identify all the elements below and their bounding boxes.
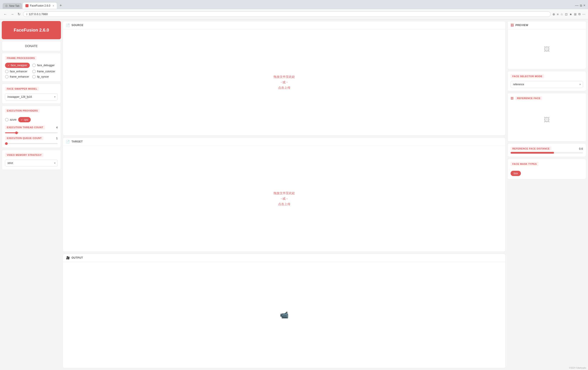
bookmark-icon[interactable]: ☆ [560, 12, 563, 16]
face-swapper-model-select[interactable]: inswapper_128_fp16 inswapper_128 [5, 93, 58, 100]
execution-queue-count-label: EXECUTION QUEUE COUNT [5, 136, 43, 140]
video-memory-strategy-label: VIDEO MEMORY STRATEGY [5, 153, 43, 157]
read-icon[interactable]: ≡ [557, 12, 559, 16]
reference-face-distance-section: REFERENCE FACE DISTANCE 0.6 [507, 143, 586, 157]
lip-syncer-radio[interactable] [32, 75, 36, 79]
video-memory-strategy-select[interactable]: strict moderate tolerant [5, 160, 58, 167]
target-panel-body[interactable]: 拖放文件至此处 - 或 - 点击上传 [63, 146, 505, 252]
tab-close-button[interactable]: × [52, 4, 54, 8]
frame-processor-face-enhancer[interactable]: face_enhancer [5, 70, 31, 73]
donate-card[interactable]: DONATE [2, 41, 61, 51]
output-icon: 🎥 [66, 256, 70, 259]
nav-refresh-button[interactable]: ↻ [17, 11, 21, 17]
video-memory-strategy-section: VIDEO MEMORY STRATEGY strict moderate to… [2, 150, 61, 170]
face-mask-types-label: FACE MASK TYPES [511, 162, 538, 166]
output-video-icon: 📹 [280, 311, 289, 319]
address-bar[interactable]: ℹ 127.0.0.1:7860 [23, 11, 551, 17]
face-mask-types-section: FACE MASK TYPES box [507, 159, 586, 179]
output-panel-header: 🎥 OUTPUT [63, 254, 505, 262]
app-title: FaceFusion 2.6.0 [14, 28, 49, 32]
execution-thread-count-label: EXECUTION THREAD COUNT [5, 125, 45, 129]
frame-processor-frame-enhancer[interactable]: frame_enhancer [5, 75, 31, 79]
face-enhancer-radio[interactable] [5, 70, 9, 73]
nav-forward-button[interactable]: → [10, 11, 15, 17]
face-mask-box-chip[interactable]: box [511, 171, 521, 176]
execution-providers-section: EXECUTION PROVIDERS azure ✓ cpu EXECUTIO… [2, 105, 61, 148]
reference-face-body[interactable]: 🖼 [511, 101, 583, 138]
cpu-check-icon: ✓ [21, 118, 23, 121]
cpu-chip[interactable]: ✓ cpu [18, 117, 31, 122]
execution-thread-count-header: EXECUTION THREAD COUNT 4 [5, 125, 58, 129]
face-swapper-model-select-wrapper: inswapper_128_fp16 inswapper_128 [5, 93, 58, 100]
target-panel-header: 📄 TARGET [63, 138, 505, 146]
face-selector-mode-section: FACE SELECTOR MODE reference one all ind… [507, 71, 586, 91]
frame-processor-face-debugger[interactable]: face_debugger [32, 63, 58, 68]
target-upload-prompt[interactable]: 拖放文件至此处 - 或 - 点击上传 [273, 190, 295, 207]
donate-label: DONATE [25, 44, 38, 48]
azure-label: azure [10, 118, 16, 121]
ref-distance-progress-track [511, 152, 583, 154]
cpu-label: cpu [24, 118, 28, 121]
collections-icon[interactable]: ⊞ [574, 12, 577, 16]
frame-processors-section: FRAME PROCESSORS ✓ face_swapper face_deb… [2, 53, 61, 82]
more-icon[interactable]: ⋯ [582, 12, 585, 16]
face-mask-types-options: box [511, 169, 583, 176]
reference-face-distance-value: 0.6 [579, 147, 583, 150]
tab-new-tab[interactable]: 🗋 New Tab [3, 3, 22, 9]
frame-enhancer-radio[interactable] [5, 75, 9, 79]
split-icon[interactable]: ⊡ [565, 12, 567, 16]
reference-face-distance-label: REFERENCE FACE DISTANCE [511, 147, 551, 151]
source-upload-prompt[interactable]: 拖放文件至此处 - 或 - 点击上传 [273, 74, 295, 91]
target-icon: 📄 [66, 140, 70, 143]
face-swapper-chip[interactable]: ✓ face_swapper [5, 63, 30, 68]
frame-processor-face-swapper[interactable]: ✓ face_swapper [5, 63, 31, 68]
browser-tabs: 🗋 New Tab FaceFusion 2.6.0 × + [3, 2, 63, 9]
ref-distance-progress-fill [511, 152, 554, 154]
azure-provider-option[interactable]: azure [5, 118, 16, 122]
favorites-icon[interactable]: ★ [569, 12, 572, 16]
window-close[interactable]: × [583, 3, 585, 8]
face-selector-mode-select-wrapper: reference one all indexed [511, 81, 583, 88]
new-tab-button[interactable]: + [58, 2, 63, 9]
app-header: FaceFusion 2.6.0 [2, 21, 61, 39]
execution-queue-count-container: EXECUTION QUEUE COUNT 1 [5, 136, 58, 145]
reference-face-placeholder-icon: 🖼 [544, 116, 550, 123]
tab-inactive-label: New Tab [9, 4, 19, 8]
frame-processors-group: ✓ face_swapper face_debugger face_enhanc… [5, 63, 58, 79]
source-upload-line1: 拖放文件至此处 [273, 74, 295, 80]
output-panel-label: OUTPUT [72, 256, 83, 259]
frame-colorizer-label: frame_colorizer [37, 70, 55, 73]
output-panel: 🎥 OUTPUT 📹 [63, 254, 505, 368]
tab-favicon [25, 4, 29, 7]
face-debugger-radio[interactable] [32, 63, 36, 67]
tab-active-label: FaceFusion 2.6.0 [30, 4, 50, 7]
execution-thread-count-container: EXECUTION THREAD COUNT 4 [5, 125, 58, 134]
reference-face-icon: 🖼 [511, 97, 514, 100]
target-panel-label: TARGET [72, 140, 83, 143]
face-selector-mode-select[interactable]: reference one all indexed [511, 81, 583, 88]
source-panel-body[interactable]: 拖放文件至此处 - 或 - 点击上传 [63, 29, 505, 135]
output-panel-body: 📹 [63, 262, 505, 368]
frame-enhancer-label: frame_enhancer [10, 75, 29, 78]
execution-queue-count-slider[interactable] [5, 143, 58, 144]
preview-section: 🖼 PREVIEW 🖼 [507, 21, 586, 69]
reference-face-section: 🖼 REFERENCE FACE 🖼 [507, 93, 586, 142]
cpu-provider-option[interactable]: ✓ cpu [18, 117, 31, 122]
window-restore[interactable]: ⧉ [580, 4, 582, 8]
execution-thread-count-slider[interactable] [5, 132, 58, 133]
nav-back-button[interactable]: ← [3, 11, 8, 17]
azure-radio[interactable] [5, 118, 9, 122]
frame-colorizer-radio[interactable] [32, 70, 36, 73]
execution-providers-row: azure ✓ cpu [5, 117, 58, 122]
source-upload-line2: - 或 - [273, 80, 295, 85]
address-info-icon: ℹ [26, 13, 27, 16]
extensions-icon[interactable]: ⧉ [578, 12, 580, 16]
tab-facefusion[interactable]: FaceFusion 2.6.0 × [23, 3, 57, 9]
frame-processor-frame-colorizer[interactable]: frame_colorizer [32, 70, 58, 73]
reference-face-label: REFERENCE FACE [515, 96, 542, 100]
translate-icon[interactable]: ⊕ [552, 12, 555, 16]
frame-processor-lip-syncer[interactable]: lip_syncer [32, 75, 58, 79]
window-minimize[interactable]: — [575, 3, 578, 8]
face-swapper-model-section: FACE SWAPPER MODEL inswapper_128_fp16 in… [2, 83, 61, 104]
browser-chrome: 🗋 New Tab FaceFusion 2.6.0 × + — ⧉ × [0, 0, 588, 9]
